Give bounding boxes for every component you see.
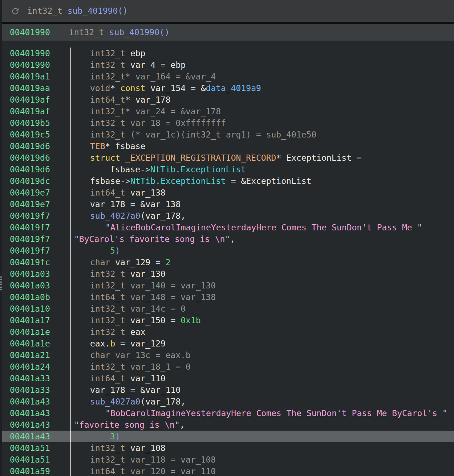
code-line[interactable]: 004019fcchar var_129 = 2 <box>0 257 454 268</box>
code-line[interactable]: 00401a51int32_t var_118 = var_108 <box>0 454 454 465</box>
code-text[interactable]: int32_t var_4 = ebp <box>90 59 186 71</box>
code-token[interactable]: = <box>155 258 166 267</box>
code-line[interactable]: 00401a0bint64_t var_148 = var_138 <box>0 291 454 303</box>
code-token[interactable]: t Pass Me <box>367 223 417 232</box>
code-token[interactable]: char <box>90 350 115 360</box>
code-text[interactable]: fsbase->NtTib.ExceptionList = &Exception… <box>90 175 311 187</box>
code-line[interactable]: 004019d6TEB* fsbase <box>0 140 454 152</box>
code-token[interactable]: (var_178, <box>140 397 186 406</box>
address-label[interactable]: 004019e7 <box>10 198 50 210</box>
address-label[interactable]: 004019e7 <box>10 187 50 198</box>
code-line[interactable]: 00401a43sub_4027a0(var_178, <box>0 396 454 407</box>
code-text[interactable]: var_178 = &var_138 <box>90 198 181 210</box>
code-token[interactable]: struct <box>90 153 125 163</box>
code-token[interactable]: NtTib <box>150 165 175 174</box>
refresh-icon[interactable] <box>11 7 20 15</box>
code-token[interactable]: int32_t <box>90 443 130 453</box>
code-token[interactable]: &var_110 <box>140 385 181 395</box>
code-token[interactable]: int32_t <box>90 49 130 58</box>
address-label[interactable]: 004019dc <box>10 175 50 187</box>
code-token[interactable]: &ExceptionList <box>241 176 311 186</box>
code-token[interactable]: ExceptionList <box>181 165 246 174</box>
code-text[interactable]: int32_t* var_24 = &var_178 <box>90 106 221 117</box>
code-token[interactable]: = <box>130 200 141 209</box>
code-line[interactable]: 00401990int32_t var_4 = ebp <box>0 59 454 71</box>
function-address[interactable]: 00401990 <box>10 28 50 37</box>
address-label[interactable]: 004019aa <box>10 82 50 94</box>
code-token[interactable]: & <box>201 83 206 93</box>
address-label[interactable]: 00401990 <box>10 59 50 71</box>
code-token[interactable]: ' <box>362 223 367 232</box>
code-line[interactable]: 00401a03int32_t var_130 <box>0 268 454 280</box>
address-label[interactable]: 00401990 <box>10 48 50 59</box>
code-line[interactable]: 004019c5int32_t (* var_1c)(int32_t arg1)… <box>0 129 454 140</box>
code-token[interactable]: const <box>120 83 150 93</box>
code-token[interactable]: TEB <box>90 141 105 151</box>
code-token[interactable]: , <box>180 420 185 430</box>
code-token[interactable]: var_178 <box>90 385 130 395</box>
address-label[interactable]: 00401a43 <box>10 407 50 419</box>
code-line[interactable]: 00401a24int32_t var_18_1 = 0 <box>0 361 454 373</box>
code-token[interactable]: " <box>74 420 79 430</box>
code-token[interactable]: " <box>175 420 180 430</box>
address-label[interactable]: 004019f7 <box>10 245 50 257</box>
code-line[interactable]: 00401a43"favorite song is \n", <box>0 419 454 431</box>
code-token[interactable]: var_129 <box>115 258 155 267</box>
code-text[interactable]: var_178 = &var_110 <box>90 384 181 396</box>
code-token[interactable]: int32_t <box>90 304 130 313</box>
address-label[interactable]: 00401a51 <box>10 442 50 454</box>
code-text[interactable]: int32_t eax <box>90 326 145 338</box>
code-token[interactable]: * <box>110 83 120 93</box>
code-token[interactable]: s favorite song is \n <box>119 234 225 244</box>
code-token[interactable]: var_130 <box>130 269 166 279</box>
code-token[interactable]: . <box>155 176 161 186</box>
code-text[interactable]: int64_t var_148 = var_138 <box>90 291 216 303</box>
code-line[interactable]: 004019f7sub_4027a0(var_178, <box>0 210 454 222</box>
code-token[interactable]: var_18 = 0xffffffff <box>130 118 226 128</box>
code-text[interactable]: char var_129 = 2 <box>90 257 171 268</box>
address-label[interactable]: 004019af <box>10 94 50 106</box>
code-token[interactable]: * var_178 <box>125 95 171 104</box>
code-line[interactable]: 004019e7int64_t var_138 <box>0 187 454 198</box>
code-token[interactable]: ' <box>114 234 119 244</box>
code-line[interactable]: 00401a03int32_t var_140 = var_130 <box>0 280 454 291</box>
address-label[interactable]: 00401a03 <box>10 280 50 291</box>
code-text[interactable]: sub_4027a0(var_178, <box>90 210 186 222</box>
code-token[interactable]: ebp <box>130 49 146 58</box>
code-token[interactable]: var_24 = &var_178 <box>135 107 221 116</box>
address-label[interactable]: 00401a1e <box>10 338 50 349</box>
code-token[interactable]: s <box>432 409 442 418</box>
code-text[interactable]: int32_t (* var_1c)(int32_t arg1) = sub_4… <box>90 129 316 140</box>
code-token[interactable]: var_138 <box>130 188 166 197</box>
code-token[interactable]: 3 <box>110 432 115 441</box>
code-token[interactable]: eax. <box>90 339 110 348</box>
code-token[interactable]: var_18_1 = 0 <box>130 362 191 372</box>
code-line[interactable]: 00401a17int32_t var_150 = 0x1b <box>0 315 454 326</box>
code-line[interactable]: 00401a33var_178 = &var_110 <box>0 384 454 396</box>
code-token[interactable]: sub_401990() <box>109 28 170 37</box>
code-token[interactable]: sub_4027a0 <box>90 211 140 221</box>
code-token[interactable]: AliceBobCarolImagineYesterdayHere Comes … <box>110 223 362 232</box>
address-label[interactable]: 004019a1 <box>10 71 50 82</box>
code-token[interactable]: -> <box>140 165 150 174</box>
address-label[interactable]: 004019f7 <box>10 233 50 245</box>
code-token[interactable]: var_118 = var_108 <box>130 455 216 464</box>
code-line-highlighted[interactable]: 00401a433) <box>0 431 454 442</box>
address-label[interactable]: 004019af <box>10 106 50 117</box>
code-token[interactable]: _EXCEPTION_REGISTRATION_RECORD <box>125 153 276 163</box>
code-text[interactable]: int32_t* var_164 = &var_4 <box>90 71 216 82</box>
code-token[interactable]: &var_138 <box>140 200 181 209</box>
code-line[interactable]: 00401a51int32_t var_108 <box>0 442 454 454</box>
address-label[interactable]: 00401a59 <box>10 465 50 476</box>
code-token[interactable]: int32_t* <box>90 72 135 81</box>
code-text[interactable]: sub_4027a0(var_178, <box>90 396 186 407</box>
code-text[interactable]: int64_t var_110 <box>90 373 166 384</box>
code-token[interactable]: int32_t <box>90 327 130 337</box>
address-label[interactable]: 00401a43 <box>10 431 50 442</box>
code-token[interactable]: int32_t <box>90 316 130 325</box>
code-text[interactable]: char var_13c = eax.b <box>90 349 191 361</box>
code-text[interactable]: 5) <box>110 245 120 257</box>
code-token[interactable]: = <box>231 176 241 186</box>
code-line[interactable]: 004019f75) <box>0 245 454 257</box>
code-token[interactable]: var_164 = &var_4 <box>135 72 216 81</box>
